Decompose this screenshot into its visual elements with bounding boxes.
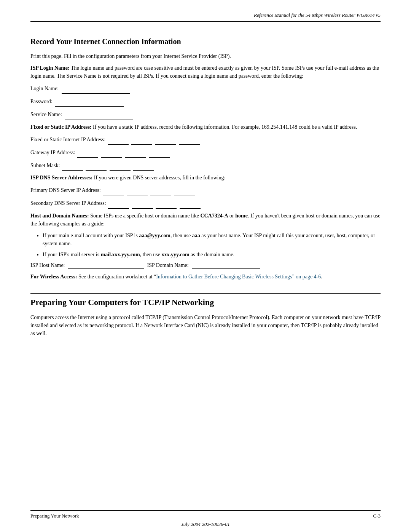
wireless-link[interactable]: Information to Gather Before Changing Ba… <box>156 274 321 280</box>
examples-list: If your main e-mail account with your IS… <box>43 232 381 259</box>
isp-host-domain-line: ISP Host Name: ISP Domain Name: <box>30 262 381 269</box>
gateway-field: Gateway IP Address: <box>30 148 381 158</box>
footer-wrapper: Preparing Your Network C-3 July 2004 202… <box>0 510 411 532</box>
fixed-static-field: Fixed or Static Internet IP Address: <box>30 135 381 145</box>
host-domain-bold: Host and Domain Names: <box>30 213 89 219</box>
subnet-label: Subnet Mask: <box>30 163 60 168</box>
bullet1-bold2: aaa <box>192 233 200 238</box>
bullet2-bold1: mail.xxx.yyy.com <box>101 252 140 257</box>
page: Reference Manual for the 54 Mbps Wireles… <box>0 0 411 532</box>
main-content: Record Your Internet Connection Informat… <box>0 25 411 510</box>
fixed-ip-text: If you have a static IP address, record … <box>92 124 357 130</box>
fixed-ip-paragraph: Fixed or Static IP Address: If you have … <box>30 123 381 131</box>
isp-host-underline <box>68 262 144 269</box>
host-domain-paragraph: Host and Domain Names: Some ISPs use a s… <box>30 212 381 228</box>
service-name-underline <box>65 110 133 120</box>
bullet1-text1: If your main e-mail account with your IS… <box>43 233 139 238</box>
isp-domain-underline <box>192 262 260 269</box>
footer-left-text: Preparing Your Network <box>30 513 79 519</box>
bullet2-text1: If your ISP's mail server is <box>43 252 101 257</box>
dns-text: If you were given DNS server addresses, … <box>92 175 225 181</box>
wireless-bold: For Wireless Access: <box>30 274 77 280</box>
fixed-ip-bold: Fixed or Static IP Address: <box>30 124 92 130</box>
list-item: If your main e-mail account with your IS… <box>43 232 381 248</box>
isp-host-label: ISP Host Name: <box>30 262 65 268</box>
host-domain-bold3: home <box>235 213 248 219</box>
page-header: Reference Manual for the 54 Mbps Wireles… <box>0 0 411 25</box>
section2-paragraph: Computers access the Internet using a pr… <box>30 313 381 337</box>
secondary-dns-label: Secondary DNS Server IP Address: <box>30 200 106 206</box>
section2-title: Preparing Your Computers for TCP/IP Netw… <box>30 297 381 307</box>
dns-bold: ISP DNS Server Addresses: <box>30 175 92 181</box>
login-name-label: Login Name: <box>30 86 59 91</box>
footer-divider <box>30 510 381 511</box>
footer-center-text: July 2004 202-10036-01 <box>30 519 381 532</box>
bullet1-text2: , then use <box>170 233 192 238</box>
host-domain-text2: or <box>228 213 236 219</box>
password-field: Password: <box>30 97 381 107</box>
service-name-label: Service Name: <box>30 112 62 117</box>
host-domain-bold2: CCA7324-A <box>200 213 228 219</box>
isp-login-bold: ISP Login Name: <box>30 65 70 71</box>
wireless-text1: See the configuration worksheet at “ <box>77 274 156 280</box>
header-title: Reference Manual for the 54 Mbps Wireles… <box>254 12 381 18</box>
isp-login-text: The login name and password are case sen… <box>30 65 379 79</box>
primary-dns-label: Primary DNS Server IP Address: <box>30 187 101 193</box>
login-name-field: Login Name: <box>30 84 381 94</box>
section1-title: Record Your Internet Connection Informat… <box>30 37 381 46</box>
host-domain-text1: Some ISPs use a specific host or domain … <box>89 213 201 219</box>
password-label: Password: <box>30 99 53 104</box>
isp-domain-label: ISP Domain Name: <box>147 262 188 268</box>
login-name-underline <box>62 84 130 94</box>
subnet-field: Subnet Mask: <box>30 161 381 171</box>
dns-paragraph: ISP DNS Server Addresses: If you were gi… <box>30 174 381 182</box>
bullet2-text3: as the domain name. <box>190 252 235 257</box>
password-underline <box>55 97 124 107</box>
isp-login-paragraph: ISP Login Name: The login name and passw… <box>30 64 381 80</box>
bullet2-bold2: xxx.yyy.com <box>161 252 189 257</box>
fixed-static-label: Fixed or Static Internet IP Address: <box>30 137 105 142</box>
secondary-dns-field: Secondary DNS Server IP Address: <box>30 198 381 208</box>
wireless-text2: . <box>321 274 322 280</box>
wireless-paragraph: For Wireless Access: See the configurati… <box>30 273 381 281</box>
list-item: If your ISP's mail server is mail.xxx.yy… <box>43 251 381 259</box>
gateway-label: Gateway IP Address: <box>30 150 75 155</box>
service-name-field: Service Name: <box>30 110 381 120</box>
page-footer: Preparing Your Network C-3 <box>30 513 381 519</box>
primary-dns-field: Primary DNS Server IP Address: <box>30 185 381 195</box>
bullet1-bold1: aaa@yyy.com <box>139 233 170 238</box>
footer-right-text: C-3 <box>373 513 381 519</box>
intro-paragraph: Print this page. Fill in the configurati… <box>30 52 381 60</box>
bullet2-text2: , then use <box>140 252 162 257</box>
section2: Preparing Your Computers for TCP/IP Netw… <box>30 293 381 337</box>
section2-divider <box>30 293 381 294</box>
